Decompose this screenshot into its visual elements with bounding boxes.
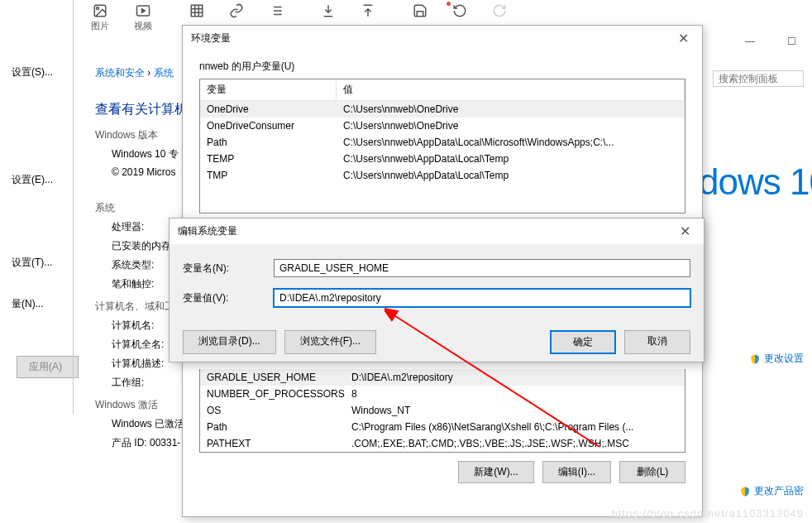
variable-value-input[interactable] <box>274 289 690 307</box>
download-icon <box>321 3 336 18</box>
link-icon <box>229 3 244 18</box>
close-button[interactable]: ✕ <box>675 223 695 239</box>
column-header[interactable]: 变量 <box>200 79 337 100</box>
table-row[interactable]: PathC:\Program Files (x86)\NetSarang\Xsh… <box>200 419 685 435</box>
list-icon <box>269 3 284 18</box>
shield-icon <box>739 486 751 497</box>
variable-name-label: 变量名(N): <box>183 262 274 276</box>
settings-t-button[interactable]: 设置(T)... <box>3 252 75 273</box>
redo-icon <box>492 3 507 18</box>
upload-icon <box>361 3 375 18</box>
settings-e-button[interactable]: 设置(E)... <box>3 170 75 190</box>
user-vars-label: nnweb 的用户变量(U) <box>199 60 685 74</box>
change-product-key-link[interactable]: 更改产品密 <box>739 484 804 498</box>
column-header[interactable]: 值 <box>337 79 685 100</box>
svg-point-1 <box>97 7 99 10</box>
apply-button[interactable]: 应用(A) <box>17 356 79 378</box>
cancel-button[interactable]: 取消 <box>624 330 690 354</box>
ok-button[interactable]: 确定 <box>550 330 616 354</box>
maximize-button[interactable]: ☐ <box>779 33 804 50</box>
edit-system-variable-dialog: 编辑系统变量 ✕ 变量名(N): 变量值(V): 浏览目录(D)... 浏览文件… <box>169 218 705 362</box>
toolbar-image[interactable]: 图片 <box>91 3 109 32</box>
close-button[interactable]: ✕ <box>673 31 694 46</box>
dialog-titlebar: 编辑系统变量 ✕ <box>170 218 704 244</box>
system-variables-table[interactable]: GRADLE_USER_HOMED:\IDEA\.m2\repository N… <box>199 369 685 453</box>
table-row[interactable]: OSWindows_NT <box>200 402 685 419</box>
table-row[interactable]: PathC:\Users\nnweb\AppData\Local\Microso… <box>200 134 685 151</box>
table-row[interactable]: GRADLE_USER_HOMED:\IDEA\.m2\repository <box>200 369 685 386</box>
minimize-button[interactable]: — <box>738 33 762 50</box>
image-icon <box>93 3 107 18</box>
variable-name-input[interactable] <box>274 259 690 277</box>
table-icon <box>189 3 204 18</box>
table-row[interactable]: OneDriveC:\Users\nnweb\OneDrive <box>200 101 685 118</box>
dialog-title-text: 编辑系统变量 <box>178 224 237 238</box>
window-controls: — ☐ <box>738 33 804 50</box>
variable-value-label: 变量值(V): <box>183 291 274 305</box>
unsaved-indicator-icon <box>447 2 451 6</box>
edit-button[interactable]: 编辑(I)... <box>542 461 611 483</box>
new-button[interactable]: 新建(W)... <box>458 461 533 483</box>
env-vars-n-button[interactable]: 量(N)... <box>3 294 75 314</box>
table-row[interactable]: TMPC:\Users\nnweb\AppData\Local\Temp <box>200 167 685 184</box>
divider <box>73 0 74 414</box>
user-variables-table[interactable]: 变量 值 OneDriveC:\Users\nnweb\OneDrive One… <box>199 79 685 214</box>
dialog-title-text: 环境变量 <box>191 31 231 46</box>
breadcrumb-link[interactable]: 系统 <box>154 67 174 79</box>
windows-logo: dows 10 <box>699 161 812 203</box>
dialog-titlebar: 环境变量 ✕ <box>183 26 702 51</box>
toolbar-video[interactable]: 视频 <box>134 3 152 32</box>
video-icon <box>136 3 150 18</box>
breadcrumb-link[interactable]: 系统和安全 <box>95 67 145 79</box>
delete-button[interactable]: 删除(L) <box>619 461 685 483</box>
svg-rect-3 <box>191 5 203 17</box>
table-row[interactable]: TEMPC:\Users\nnweb\AppData\Local\Temp <box>200 151 685 167</box>
table-row[interactable]: NUMBER_OF_PROCESSORS8 <box>200 386 685 402</box>
properties-sidebar: 设置(S)... 设置(E)... 设置(T)... 量(N)... 应用(A) <box>0 0 79 378</box>
settings-s-button[interactable]: 设置(S)... <box>3 62 75 83</box>
browse-directory-button[interactable]: 浏览目录(D)... <box>183 330 276 354</box>
shield-icon <box>749 353 761 365</box>
watermark: https://blog.csdn.net/a1103313049 <box>612 507 805 520</box>
change-settings-link[interactable]: 更改设置 <box>749 352 804 366</box>
browse-file-button[interactable]: 浏览文件(F)... <box>284 330 376 354</box>
table-row[interactable]: PATHEXT.COM;.EXE;.BAT;.CMD;.VBS;.VBE;.JS… <box>200 435 685 452</box>
save-icon <box>413 3 427 18</box>
undo-icon <box>452 3 467 18</box>
table-row[interactable]: OneDriveConsumerC:\Users\nnweb\OneDrive <box>200 118 685 134</box>
